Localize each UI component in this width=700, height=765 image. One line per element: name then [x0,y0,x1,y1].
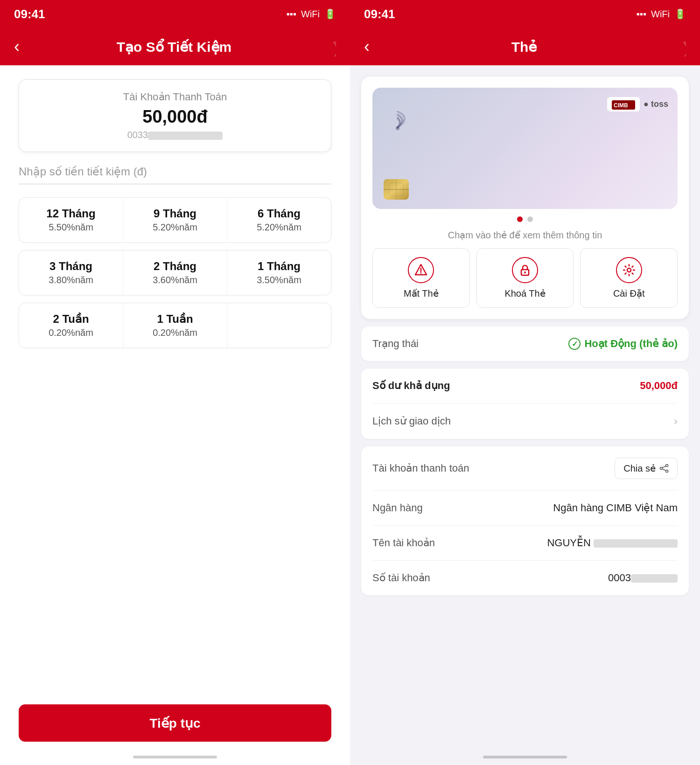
action-buttons-row: Mất Thẻ Khoá Thẻ [372,248,678,308]
account-number-value: 0003 [608,572,678,584]
mat-the-icon [408,257,434,283]
payment-account-row: Tài khoản thanh toán Chia sẻ [372,446,678,491]
status-badge: ✓ Hoạt Động (thẻ ảo) [568,338,678,350]
svg-point-14 [660,467,663,470]
period-6-months-name: 6 Tháng [232,207,326,220]
period-6-months[interactable]: 6 Tháng 5.20%năm [227,198,331,242]
check-icon: ✓ [568,338,581,350]
payment-account-label: Tài khoản thanh toán [372,462,469,474]
right-back-button[interactable]: ‹ [364,37,370,56]
right-status-icons: ▪▪▪ WiFi 🔋 [637,8,686,20]
right-battery-icon: 🔋 [674,8,686,20]
right-status-bar: 09:41 ▪▪▪ WiFi 🔋 [350,0,700,28]
period-3-months-name: 3 Tháng [24,260,118,273]
share-button[interactable]: Chia sẻ [615,458,678,479]
period-1-month-name: 1 Tháng [232,260,326,273]
status-label: Trạng thái [372,338,419,350]
left-back-button[interactable]: ‹ [14,37,20,56]
transaction-history-row[interactable]: Lịch sử giao dịch › [372,403,678,439]
period-3-months-rate: 3.80%năm [24,275,118,285]
left-nav-title: Tạo Sổ Tiết Kiệm [29,39,319,55]
period-2-months-name: 2 Tháng [128,260,222,273]
account-holder-value: NGUYỄN [547,537,678,549]
period-row-1: 12 Tháng 5.50%năm 9 Tháng 5.20%năm 6 Thá… [19,197,331,243]
status-row: Trạng thái ✓ Hoạt Động (thẻ ảo) [372,327,678,361]
cai-dat-button[interactable]: Cài Đặt [580,248,678,308]
account-details-section: Tài khoản thanh toán Chia sẻ Ngân hàng N… [361,446,689,595]
period-1-month[interactable]: 1 Tháng 3.50%năm [227,250,331,295]
card-chip [384,179,409,200]
period-row-2: 3 Tháng 3.80%năm 2 Tháng 3.60%năm 1 Thán… [19,250,331,295]
account-holder-label: Tên tài khoản [372,537,435,549]
period-1-week[interactable]: 1 Tuần 0.20%năm [123,303,227,348]
share-button-label: Chia sẻ [623,463,656,474]
transaction-history-chevron: › [674,415,678,428]
svg-point-12 [627,268,631,272]
khoa-the-button[interactable]: Khoá Thẻ [476,248,574,308]
period-12-months-rate: 5.50%năm [24,222,118,233]
signal-icon: ▪▪▪ [287,9,296,20]
bank-card[interactable]: CIMB ● toss [372,88,678,209]
status-section: Trạng thái ✓ Hoạt Động (thẻ ảo) [361,327,689,361]
card-hint: Chạm vào thẻ để xem thêm thông tin [372,230,678,241]
svg-line-17 [663,469,666,471]
toss-logo: ● toss [644,99,668,109]
cai-dat-icon [616,257,642,283]
period-1-week-rate: 0.20%năm [128,327,222,338]
period-9-months-rate: 5.20%năm [128,222,222,233]
period-12-months[interactable]: 12 Tháng 5.50%năm [19,198,123,242]
continue-button[interactable]: Tiếp tục [19,704,331,742]
account-number-label: Số tài khoản [372,572,430,584]
mat-the-label: Mất Thẻ [404,288,439,299]
svg-point-13 [666,465,668,467]
wifi-icon: WiFi [301,9,320,20]
balance-section: Số dư khả dụng 50,000đ Lịch sử giao dịch… [361,369,689,439]
period-3-months[interactable]: 3 Tháng 3.80%năm [19,250,123,295]
period-6-months-rate: 5.20%năm [232,222,326,233]
period-2-weeks[interactable]: 2 Tuần 0.20%năm [19,303,123,348]
left-status-time: 09:41 [14,7,45,21]
period-12-months-name: 12 Tháng [24,207,118,220]
nfc-icon [384,111,666,136]
svg-point-15 [666,470,668,473]
bank-name-value: Ngân hàng CIMB Việt Nam [553,502,678,514]
continue-button-label: Tiếp tục [149,716,200,731]
period-9-months-name: 9 Tháng [128,207,222,220]
right-status-time: 09:41 [364,7,395,21]
account-number-row: Số tài khoản 0003 [372,561,678,595]
right-top-nav: ‹ Thẻ › › [350,28,700,65]
balance-value: 50,000đ [640,380,678,392]
dot-2 [527,216,533,222]
period-2-weeks-rate: 0.20%năm [24,327,118,338]
status-value: Hoạt Động (thẻ ảo) [584,338,678,350]
account-holder-row: Tên tài khoản NGUYỄN [372,526,678,561]
left-top-nav: ‹ Tạo Sổ Tiết Kiệm › › [0,28,350,65]
left-status-icons: ▪▪▪ WiFi 🔋 [287,8,336,20]
left-panel: 09:41 ▪▪▪ WiFi 🔋 ‹ Tạo Sổ Tiết Kiệm › › … [0,0,350,765]
amount-input-row[interactable]: Nhập số tiền tiết kiệm (đ) [19,165,331,184]
amount-input-placeholder: Nhập số tiền tiết kiệm (đ) [19,165,147,178]
svg-point-9 [420,272,422,274]
mat-the-button[interactable]: Mất Thẻ [372,248,470,308]
card-logos: CIMB ● toss [607,97,668,111]
period-row-3: 2 Tuần 0.20%năm 1 Tuần 0.20%năm [19,303,331,348]
card-area: CIMB ● toss [361,76,689,319]
svg-text:CIMB: CIMB [614,102,628,109]
left-home-indicator [133,756,217,758]
right-home-indicator [483,756,567,758]
cai-dat-label: Cài Đặt [613,288,645,299]
balance-row: Số dư khả dụng 50,000đ [372,369,678,403]
svg-point-2 [396,126,399,130]
bank-name-label: Ngân hàng [372,502,423,514]
account-card-amount: 50,000đ [33,107,317,127]
period-2-months[interactable]: 2 Tháng 3.60%năm [123,250,227,295]
account-card-label: Tài Khoản Thanh Toán [33,91,317,103]
period-9-months[interactable]: 9 Tháng 5.20%năm [123,198,227,242]
balance-label: Số dư khả dụng [372,380,450,392]
battery-icon: 🔋 [324,8,336,20]
khoa-the-icon [512,257,538,283]
right-nav-title: Thẻ [379,39,669,55]
svg-point-11 [524,271,526,273]
account-card: Tài Khoản Thanh Toán 50,000đ 0033 [19,79,331,152]
svg-line-16 [663,466,666,468]
